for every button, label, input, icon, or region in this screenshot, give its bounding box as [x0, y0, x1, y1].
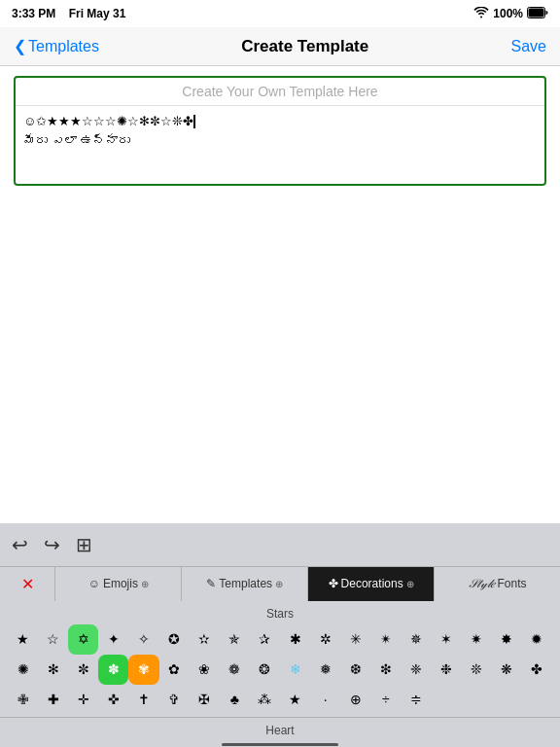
- svg-rect-1: [529, 8, 544, 17]
- char-cross-6[interactable]: ✞: [159, 685, 190, 715]
- decorations-tab-icon: ✤: [329, 577, 338, 590]
- char-shadowed-star[interactable]: ✰: [250, 624, 280, 655]
- wifi-icon: [473, 7, 489, 21]
- char-flower-2[interactable]: ✾: [128, 655, 158, 685]
- tab-decorations[interactable]: ✤ Decorations ⊕: [308, 567, 435, 601]
- char-asterisk-9[interactable]: ✹: [522, 624, 552, 655]
- tab-fonts[interactable]: 𝒮𝓉𝓎𝓁𝑒 Fonts: [435, 567, 560, 601]
- line1-text: ☺✩★★★☆☆☆✺☆✻✼☆❊✤: [23, 114, 193, 128]
- char-flower-1[interactable]: ✽: [98, 655, 128, 685]
- decorations-tab-badge: ⊕: [406, 579, 414, 589]
- fonts-tab-text: Fonts: [498, 577, 527, 590]
- char-club[interactable]: ♣: [220, 685, 250, 715]
- section-divider: [0, 717, 560, 718]
- char-flower-3[interactable]: ✿: [159, 655, 190, 685]
- back-button[interactable]: ❮ Templates: [14, 37, 99, 55]
- save-button[interactable]: Save: [511, 38, 546, 55]
- char-four-pointed-outline[interactable]: ✧: [128, 624, 158, 655]
- emojis-tab-label: Emojis: [103, 577, 138, 590]
- decorations-tab-label: Decorations: [341, 577, 403, 590]
- templates-tab-label: Templates: [219, 577, 272, 590]
- char-cross-5[interactable]: ✝: [128, 685, 158, 715]
- redo-button[interactable]: ↪: [42, 531, 62, 558]
- battery-icon: [527, 7, 548, 21]
- stars-header: Stars: [0, 605, 560, 624]
- char-asterisk-5[interactable]: ✵: [401, 624, 431, 655]
- char-cross-2[interactable]: ✚: [38, 685, 68, 715]
- undo-button[interactable]: ↩: [10, 531, 30, 558]
- tab-bar: ✕ ☺ Emojis ⊕ ✎ Templates ⊕ ✤ Decorations…: [0, 566, 560, 601]
- main-content: [0, 196, 560, 555]
- char-asterisk-11[interactable]: ✻: [38, 655, 68, 685]
- char-cross-1[interactable]: ✙: [8, 685, 38, 715]
- char-equals-under[interactable]: ≑: [401, 685, 431, 715]
- heart-header: Heart: [0, 720, 560, 739]
- char-asterisk-12[interactable]: ✼: [68, 655, 98, 685]
- stars-section: Stars ★ ☆ ✡ ✦ ✧ ✪ ✫ ✯ ✰ ✱ ✲ ✳ ✴ ✵ ✶ ✷ ✸ …: [0, 601, 560, 743]
- tab-close[interactable]: ✕: [0, 567, 55, 601]
- date-display: Fri May 31: [69, 7, 126, 20]
- toolbar-actions: ↩ ↪ ⊞: [0, 523, 560, 566]
- status-time: 3:33 PM Fri May 31: [12, 7, 125, 20]
- time-display: 3:33 PM: [12, 7, 55, 20]
- char-asterisk-6[interactable]: ✶: [432, 624, 462, 655]
- template-input-container[interactable]: Create Your Own Template Here ☺✩★★★☆☆☆✺☆…: [14, 76, 546, 186]
- tab-templates[interactable]: ✎ Templates ⊕: [182, 567, 308, 601]
- templates-tab-icon: ✎: [206, 577, 216, 590]
- char-snowflake-3[interactable]: ❆: [340, 655, 370, 685]
- chevron-left-icon: ❮: [14, 37, 26, 55]
- char-star-of-david[interactable]: ✡: [68, 624, 98, 655]
- char-black-star[interactable]: ★: [8, 624, 38, 655]
- char-maltese[interactable]: ✠: [190, 685, 220, 715]
- char-cross-4[interactable]: ✜: [98, 685, 128, 715]
- char-asterism[interactable]: ⁂: [250, 685, 280, 715]
- char-oplus[interactable]: ⊕: [340, 685, 370, 715]
- battery-display: 100%: [493, 7, 523, 20]
- char-asterisk-3[interactable]: ✳: [340, 624, 370, 655]
- char-flower-5[interactable]: ❁: [220, 655, 250, 685]
- char-star-exclamation[interactable]: ✫: [190, 624, 220, 655]
- nav-bar: ❮ Templates Create Template Save: [0, 27, 560, 66]
- char-sparkle-4[interactable]: ❊: [462, 655, 492, 685]
- char-asterisk-7[interactable]: ✷: [462, 624, 492, 655]
- char-sparkle-3[interactable]: ❉: [432, 655, 462, 685]
- line2-text: మీరు ఎలా ఉన్నారు: [23, 133, 130, 148]
- emojis-tab-icon: ☺: [88, 577, 100, 590]
- char-four-leaf[interactable]: ✤: [522, 655, 552, 685]
- char-pinwheel-star[interactable]: ✯: [220, 624, 250, 655]
- char-sparkle-2[interactable]: ❈: [401, 655, 431, 685]
- home-indicator: [0, 743, 560, 747]
- indicator-bar: [222, 743, 338, 746]
- char-asterisk-10[interactable]: ✺: [8, 655, 38, 685]
- template-placeholder: Create Your Own Template Here: [16, 78, 544, 106]
- char-star-outlined[interactable]: ★: [280, 685, 310, 715]
- char-asterisk-4[interactable]: ✴: [370, 624, 401, 655]
- char-four-pointed[interactable]: ✦: [98, 624, 128, 655]
- status-right: 100%: [473, 7, 548, 21]
- stars-grid: ★ ☆ ✡ ✦ ✧ ✪ ✫ ✯ ✰ ✱ ✲ ✳ ✴ ✵ ✶ ✷ ✸ ✹ ✺ ✻ …: [0, 624, 560, 715]
- char-asterisk-8[interactable]: ✸: [492, 624, 522, 655]
- template-text-area[interactable]: ☺✩★★★☆☆☆✺☆✻✼☆❊✤ మీరు ఎలా ఉన్నారు: [16, 106, 544, 184]
- text-line-1: ☺✩★★★☆☆☆✺☆✻✼☆❊✤: [23, 112, 537, 131]
- nav-title: Create Template: [241, 37, 368, 56]
- char-cross-3[interactable]: ✛: [68, 685, 98, 715]
- char-asterisk-1[interactable]: ✱: [280, 624, 310, 655]
- char-circled-star[interactable]: ✪: [159, 624, 190, 655]
- char-dot-star[interactable]: ·: [310, 685, 340, 715]
- char-div-symbol[interactable]: ÷: [370, 685, 401, 715]
- char-white-star[interactable]: ☆: [38, 624, 68, 655]
- close-icon: ✕: [21, 575, 34, 593]
- text-cursor: [193, 115, 195, 128]
- char-snowflake[interactable]: ❄: [280, 655, 310, 685]
- text-line-2: మీరు ఎలా ఉన్నారు: [23, 131, 537, 151]
- status-bar: 3:33 PM Fri May 31 100%: [0, 0, 560, 27]
- emojis-tab-badge: ⊕: [141, 579, 149, 589]
- char-flower-4[interactable]: ❀: [190, 655, 220, 685]
- char-sparkle[interactable]: ❇: [370, 655, 401, 685]
- char-snowflake-2[interactable]: ❅: [310, 655, 340, 685]
- char-flower-6[interactable]: ❂: [250, 655, 280, 685]
- tab-emojis[interactable]: ☺ Emojis ⊕: [55, 567, 182, 601]
- clipboard-button[interactable]: ⊞: [74, 531, 94, 558]
- char-sparkle-5[interactable]: ❋: [492, 655, 522, 685]
- char-asterisk-2[interactable]: ✲: [310, 624, 340, 655]
